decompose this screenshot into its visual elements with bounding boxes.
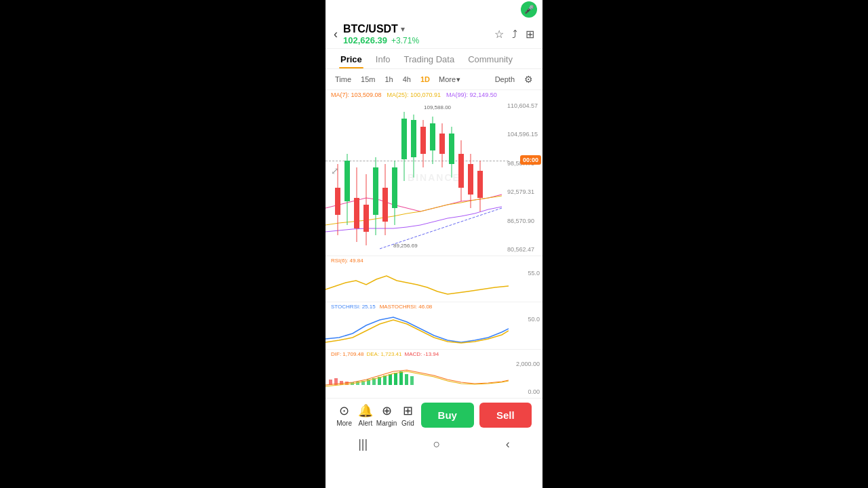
svg-rect-7 — [354, 198, 359, 228]
price-label-p4: 86,570.90 — [507, 218, 541, 224]
ma25-label: MA(25): 100,070.91 — [387, 92, 441, 98]
main-chart[interactable]: BINANCE ⤢ 110,604.57 104,596.15 98,587.7… — [326, 100, 542, 256]
svg-rect-27 — [449, 134, 454, 164]
pair-dropdown-icon[interactable]: ▾ — [401, 24, 405, 34]
bottom-nav-margin[interactable]: ⊕ Margin — [376, 403, 397, 427]
svg-rect-49 — [405, 374, 408, 385]
svg-rect-11 — [373, 167, 378, 215]
grid-label: Grid — [401, 420, 414, 427]
svg-rect-29 — [458, 154, 464, 188]
bottom-nav-alert[interactable]: 🔔 Alert — [355, 403, 376, 427]
pair-price: 102,626.39 — [343, 35, 387, 45]
stoch-label1: STOCHRSI: 25.15 — [331, 304, 376, 310]
price-scale: 110,604.57 104,596.15 98,587.73 92,579.3… — [507, 100, 541, 256]
rsi-scale: 55.0 — [528, 270, 540, 277]
margin-icon: ⊕ — [382, 403, 392, 418]
chart-toolbar: Time 15m 1h 4h 1D More▾ Depth ⚙ — [326, 69, 542, 90]
pair-info: BTC/USDT ▾ 102,626.39 +3.71% — [343, 23, 489, 45]
more-nav-icon: ⊙ — [339, 403, 349, 418]
macd-dif-label: DIF: 1,709.48 — [331, 351, 363, 357]
phone-screen: 🎤 ‹ BTC/USDT ▾ 102,626.39 +3.71% ☆ ⤴ ⊞ P… — [326, 0, 542, 488]
header-icons: ☆ ⤴ ⊞ — [494, 28, 534, 41]
macd-scale2: 0.00 — [528, 388, 540, 395]
pair-name: BTC/USDT — [343, 23, 398, 35]
toolbar-depth[interactable]: Depth — [491, 73, 519, 85]
macd-labels: DIF: 1,709.48 DEA: 1,723.41 MACD: -13.94 — [326, 350, 542, 359]
bottom-nav-more[interactable]: ⊙ More — [334, 403, 355, 427]
svg-rect-5 — [344, 161, 350, 201]
tab-price[interactable]: Price — [334, 49, 369, 68]
mic-icon: 🎤 — [521, 1, 537, 18]
pair-price-row: 102,626.39 +3.71% — [343, 35, 489, 45]
phone-home-bar: ||| ○ ‹ — [326, 433, 542, 458]
svg-rect-3 — [335, 188, 340, 215]
stoch-section: STOCHRSI: 25.15 MASTOCHRSI: 46.08 50.0 — [326, 302, 542, 349]
margin-label: Margin — [376, 420, 397, 427]
toolbar-time[interactable]: Time — [331, 73, 355, 85]
bottom-nav-grid[interactable]: ⊞ Grid — [397, 403, 418, 427]
toolbar-more[interactable]: More▾ — [435, 73, 464, 86]
sell-button[interactable]: Sell — [479, 403, 532, 428]
favorite-icon[interactable]: ☆ — [494, 28, 504, 41]
status-bar: 🎤 — [326, 0, 542, 19]
svg-rect-31 — [468, 164, 473, 195]
svg-rect-9 — [363, 205, 369, 232]
stoch-chart — [326, 312, 509, 346]
pair-change: +3.71% — [391, 36, 419, 45]
macd-value-label: MACD: -13.94 — [405, 351, 439, 357]
ma99-label: MA(99): 92,149.50 — [446, 92, 497, 98]
macd-chart — [326, 359, 509, 394]
price-label-high: 110,604.57 — [507, 102, 541, 109]
rsi-chart — [326, 266, 509, 301]
svg-rect-47 — [394, 373, 397, 385]
svg-rect-19 — [411, 120, 416, 157]
grid-view-icon[interactable]: ⊞ — [526, 28, 534, 41]
nav-tabs: Price Info Trading Data Community — [326, 49, 542, 69]
bottom-nav: ⊙ More 🔔 Alert ⊕ Margin ⊞ Grid Buy Sell — [326, 398, 542, 433]
svg-rect-50 — [410, 376, 414, 385]
ma-bar: MA(7): 103,509.08 MA(25): 100,070.91 MA(… — [326, 90, 542, 100]
stoch-scale: 50.0 — [528, 316, 540, 323]
svg-rect-15 — [392, 167, 397, 208]
svg-rect-23 — [430, 123, 435, 150]
svg-rect-25 — [439, 134, 445, 154]
toolbar-15m[interactable]: 15m — [357, 73, 379, 85]
tab-trading-data[interactable]: Trading Data — [397, 49, 462, 68]
svg-rect-33 — [477, 171, 483, 198]
macd-dea-label: DEA: 1,723.41 — [366, 351, 401, 357]
phone-menu-button[interactable]: ||| — [358, 437, 368, 451]
svg-rect-17 — [401, 119, 407, 159]
ma7-label: MA(7): 103,509.08 — [331, 92, 382, 98]
phone-back-button[interactable]: ‹ — [506, 437, 510, 451]
back-button[interactable]: ‹ — [334, 27, 338, 41]
price-label-p1: 104,596.15 — [507, 131, 541, 138]
toolbar-1d[interactable]: 1D — [416, 73, 434, 85]
tab-community[interactable]: Community — [461, 49, 519, 68]
alert-label: Alert — [359, 420, 373, 427]
grid-nav-icon: ⊞ — [403, 403, 413, 418]
rsi-label: RSI(6): 49.84 — [326, 256, 542, 265]
toolbar-4h[interactable]: 4h — [399, 73, 415, 85]
price-label-p5: 80,562.47 — [507, 246, 541, 253]
stoch-labels: STOCHRSI: 25.15 MASTOCHRSI: 46.08 — [326, 302, 542, 311]
stoch-label2: MASTOCHRSI: 46.08 — [380, 304, 433, 310]
macd-section: DIF: 1,709.48 DEA: 1,723.41 MACD: -13.94 — [326, 349, 542, 398]
svg-text:89,256.69: 89,256.69 — [393, 243, 418, 249]
svg-rect-21 — [420, 127, 426, 154]
share-icon[interactable]: ⤴ — [512, 28, 517, 41]
svg-rect-46 — [389, 374, 392, 385]
buy-button[interactable]: Buy — [421, 403, 474, 428]
svg-rect-48 — [399, 371, 403, 385]
tab-info[interactable]: Info — [369, 49, 397, 68]
more-nav-label: More — [336, 420, 352, 427]
cursor-price-badge: 00:00 — [520, 155, 541, 165]
price-label-p3: 92,579.31 — [507, 188, 541, 195]
toolbar-1h[interactable]: 1h — [380, 73, 397, 85]
macd-scale1: 2,000.00 — [516, 361, 540, 367]
phone-home-button[interactable]: ○ — [433, 437, 441, 451]
header: ‹ BTC/USDT ▾ 102,626.39 +3.71% ☆ ⤴ ⊞ — [326, 19, 542, 49]
svg-rect-13 — [382, 188, 388, 222]
toolbar-settings-icon[interactable]: ⚙ — [520, 72, 537, 87]
pair-title: BTC/USDT ▾ — [343, 23, 489, 35]
svg-text:109,588.00: 109,588.00 — [424, 104, 452, 110]
